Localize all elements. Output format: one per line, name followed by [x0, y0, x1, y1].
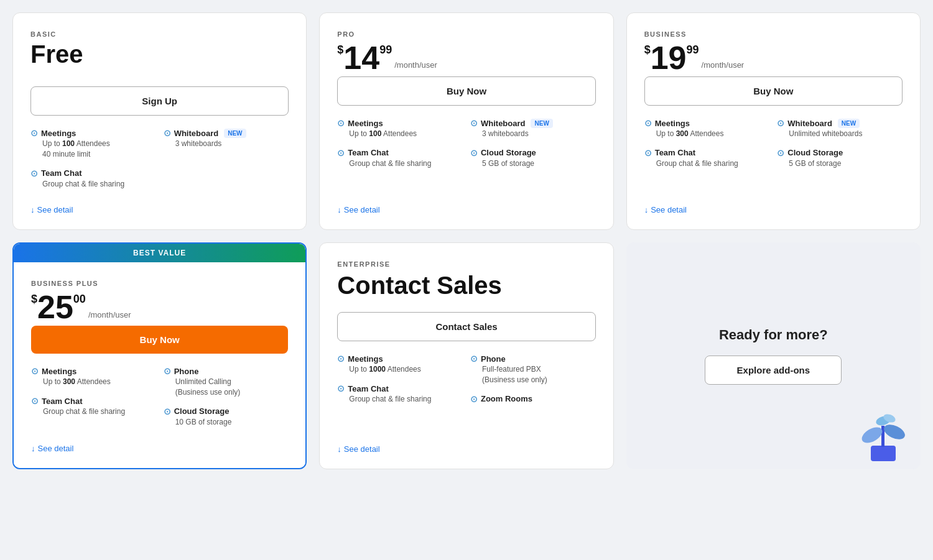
feature-item: ⊙ Meetings Up to 300 Attendees: [31, 366, 156, 387]
feature-item: ⊙ Meetings Up to 1000 Attendees: [337, 354, 463, 375]
check-icon: ⊙: [337, 383, 345, 393]
arrow-down-icon: ↓: [30, 205, 35, 214]
feature-item: ⊙ Whiteboard NEW 3 whiteboards: [470, 118, 596, 139]
business-plus-price-row: $ 25 00 /month/user: [31, 291, 288, 323]
business-plus-label: BUSINESS PLUS: [31, 280, 288, 287]
arrow-down-icon: ↓: [337, 444, 341, 454]
pricing-grid: BASIC Free Sign Up ⊙ Meetings Up to 100 …: [12, 12, 921, 469]
addon-card: Ready for more? Explore add-ons: [626, 242, 921, 469]
check-icon: ⊙: [644, 148, 652, 158]
check-icon: ⊙: [777, 118, 784, 128]
pro-label: PRO: [337, 30, 595, 38]
feature-item: ⊙ Whiteboard NEW Unlimited whiteboards: [777, 118, 903, 139]
check-icon: ⊙: [337, 148, 345, 158]
enterprise-features: ⊙ Meetings Up to 1000 Attendees ⊙ Team C…: [337, 354, 595, 413]
feature-item: ⊙ Phone Unlimited Calling(Business use o…: [164, 366, 289, 398]
arrow-down-icon: ↓: [644, 205, 649, 214]
svg-point-3: [881, 421, 907, 442]
check-icon: ⊙: [30, 168, 38, 178]
plan-business-plus-wrapper: BEST VALUE BUSINESS PLUS $ 25 00 /month/…: [12, 242, 307, 469]
check-icon: ⊙: [164, 128, 171, 138]
feature-item: ⊙ Meetings Up to 100 Attendees: [337, 118, 463, 139]
feature-item: ⊙ Team Chat Group chat & file sharing: [30, 168, 156, 190]
arrow-down-icon: ↓: [31, 444, 35, 453]
check-icon: ⊙: [31, 396, 39, 406]
check-icon: ⊙: [470, 394, 478, 404]
check-icon: ⊙: [470, 148, 478, 158]
feature-item: ⊙ Meetings Up to 300 Attendees: [644, 118, 770, 139]
feature-item: ⊙ Team Chat Group chat & file sharing: [644, 148, 770, 169]
enterprise-contact-button[interactable]: Contact Sales: [337, 312, 595, 341]
pro-features: ⊙ Meetings Up to 100 Attendees ⊙ Team Ch…: [337, 118, 595, 178]
check-icon: ⊙: [337, 118, 345, 128]
pro-see-detail[interactable]: ↓ See detail: [337, 198, 595, 214]
check-icon: ⊙: [470, 354, 478, 364]
new-badge: NEW: [224, 129, 246, 138]
feature-item: ⊙ Team Chat Group chat & file sharing: [337, 383, 463, 405]
business-see-detail[interactable]: ↓ See detail: [644, 198, 903, 214]
plan-business: BUSINESS $ 19 99 /month/user Buy Now ⊙ M…: [626, 12, 921, 230]
feature-item: ⊙ Team Chat Group chat & file sharing: [31, 396, 156, 417]
business-buy-button[interactable]: Buy Now: [644, 76, 903, 106]
svg-rect-0: [871, 446, 896, 461]
enterprise-label: ENTERPRISE: [337, 260, 595, 268]
feature-item: ⊙ Cloud Storage 5 GB of storage: [470, 148, 596, 169]
feature-item: ⊙ Meetings Up to 100 Attendees40 minute …: [30, 128, 156, 160]
check-icon: ⊙: [164, 366, 171, 376]
feature-item: ⊙ Cloud Storage 5 GB of storage: [777, 148, 903, 169]
pro-buy-button[interactable]: Buy Now: [337, 76, 595, 106]
basic-signup-button[interactable]: Sign Up: [30, 86, 289, 116]
best-value-banner: BEST VALUE: [14, 244, 305, 262]
check-icon: ⊙: [644, 118, 652, 128]
basic-price: Free: [30, 42, 289, 67]
enterprise-see-detail[interactable]: ↓ See detail: [337, 437, 595, 454]
pro-price-row: $ 14 99 /month/user: [337, 42, 595, 74]
explore-addons-button[interactable]: Explore add-ons: [705, 356, 842, 385]
enterprise-price: Contact Sales: [337, 272, 595, 300]
feature-item: ⊙ Phone Full-featured PBX(Business use o…: [470, 354, 596, 385]
business-label: BUSINESS: [644, 30, 903, 38]
check-icon: ⊙: [777, 148, 784, 158]
check-icon: ⊙: [337, 354, 345, 364]
svg-point-2: [859, 424, 884, 446]
feature-item: ⊙ Cloud Storage 10 GB of storage: [164, 406, 289, 428]
new-badge: NEW: [531, 119, 552, 128]
basic-see-detail[interactable]: ↓ See detail: [30, 198, 289, 214]
addon-title: Ready for more?: [719, 327, 828, 343]
business-features: ⊙ Meetings Up to 300 Attendees ⊙ Team Ch…: [644, 118, 903, 178]
plan-enterprise: ENTERPRISE Contact Sales Contact Sales ⊙…: [319, 242, 613, 469]
arrow-down-icon: ↓: [337, 205, 341, 214]
basic-label: BASIC: [30, 30, 289, 38]
business-plus-features: ⊙ Meetings Up to 300 Attendees ⊙ Team Ch…: [31, 366, 288, 436]
plan-basic: BASIC Free Sign Up ⊙ Meetings Up to 100 …: [12, 12, 307, 230]
feature-item: ⊙ Team Chat Group chat & file sharing: [337, 148, 463, 169]
check-icon: ⊙: [164, 406, 171, 416]
check-icon: ⊙: [470, 118, 478, 128]
plant-decoration: [858, 407, 908, 463]
business-plus-buy-button[interactable]: Buy Now: [31, 326, 288, 354]
business-plus-see-detail[interactable]: ↓ See detail: [31, 436, 288, 453]
check-icon: ⊙: [30, 128, 38, 138]
check-icon: ⊙: [31, 366, 39, 376]
feature-item: ⊙ Zoom Rooms: [470, 394, 596, 404]
plan-pro: PRO $ 14 99 /month/user Buy Now ⊙ Meetin…: [319, 12, 613, 230]
business-price-row: $ 19 99 /month/user: [644, 42, 903, 74]
feature-item: ⊙ Whiteboard NEW 3 whiteboards: [164, 128, 289, 149]
basic-features: ⊙ Meetings Up to 100 Attendees40 minute …: [30, 128, 289, 198]
new-badge: NEW: [838, 119, 860, 128]
plan-business-plus: BUSINESS PLUS $ 25 00 /month/user Buy No…: [14, 262, 305, 467]
